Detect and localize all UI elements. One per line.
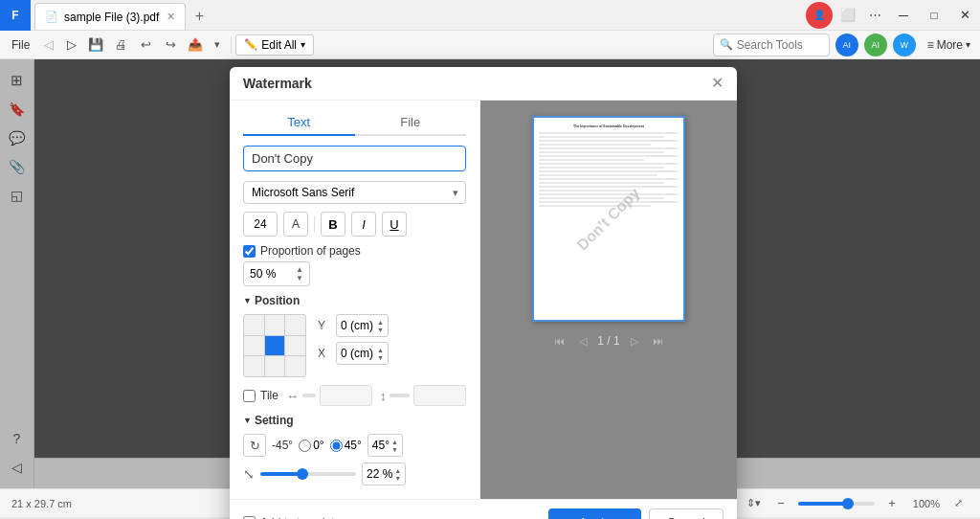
custom-degree-up[interactable]: ▲ [391, 439, 398, 445]
tile-label[interactable]: Tile [243, 389, 278, 402]
pos-cell-8[interactable] [285, 356, 305, 376]
search-box[interactable]: 🔍 [713, 34, 830, 56]
maximize-btn[interactable]: □ [919, 2, 949, 29]
dialog-tabs: Text File [243, 110, 466, 136]
custom-degree-input-wrap: 45° ▲ ▼ [368, 434, 403, 457]
toolbar-save[interactable]: 💾 [83, 33, 108, 57]
pos-cell-5[interactable] [285, 336, 305, 356]
proportion-label[interactable]: Proportion of pages [243, 244, 361, 258]
watermark-text-input[interactable] [252, 151, 457, 166]
pos-cell-4-active[interactable] [265, 336, 285, 356]
add-template-label[interactable]: Add to template [243, 516, 341, 520]
zoom-out-btn[interactable]: − [771, 494, 791, 513]
tile-checkbox[interactable] [243, 390, 256, 402]
preview-prev-btn[interactable]: ◁ [573, 331, 592, 350]
proportion-up[interactable]: ▲ [296, 266, 303, 274]
cancel-btn[interactable]: Cancel [649, 508, 724, 519]
ai-btn-1[interactable]: AI [835, 34, 858, 56]
text-divider-1 [314, 215, 315, 233]
menu-toolbar-forward[interactable]: ▷ [60, 34, 83, 56]
more-options-btn[interactable]: ⋯ [861, 2, 888, 29]
pos-cell-3[interactable] [244, 336, 264, 356]
font-family-select[interactable]: Microsoft Sans Serif [243, 181, 466, 204]
tile-v-input[interactable] [413, 385, 466, 406]
tile-v-slider[interactable] [390, 394, 410, 397]
preview-first-btn[interactable]: ⏮ [549, 331, 568, 350]
tab-text[interactable]: Text [243, 110, 355, 136]
tile-v-icon: ↕ [380, 389, 387, 403]
profile-icon[interactable]: 👤 [806, 2, 833, 29]
degree-neg45[interactable]: -45° [272, 439, 293, 452]
tile-h-input[interactable] [320, 385, 372, 406]
dialog-left-panel: Text File Microsoft Sans Serif ▾ [230, 101, 480, 499]
custom-degree-down[interactable]: ▼ [391, 446, 398, 453]
x-up-btn[interactable]: ▲ [377, 347, 384, 353]
preview-last-btn[interactable]: ⏭ [649, 331, 668, 350]
dialog-close-icon[interactable]: ✕ [711, 76, 724, 91]
setting-arrow: ▼ [243, 416, 252, 425]
toolbar-redo[interactable]: ↪ [158, 33, 183, 57]
font-family-wrapper: Microsoft Sans Serif ▾ [243, 181, 466, 204]
x-down-btn[interactable]: ▼ [377, 354, 384, 361]
tab-group-btn[interactable]: ⬜ [835, 2, 861, 29]
toolbar-print[interactable]: 🖨 [108, 33, 133, 57]
menu-file[interactable]: File [4, 35, 37, 55]
font-size-input[interactable] [243, 212, 278, 237]
tab-pdf[interactable]: 📄 sample File (3).pdf ✕ [34, 3, 186, 30]
preview-next-btn[interactable]: ▷ [625, 331, 644, 350]
status-fit-btn[interactable]: ⤢ [947, 493, 969, 514]
italic-btn[interactable]: I [351, 212, 376, 237]
more-arrow: ▾ [966, 39, 970, 50]
menu-toolbar-back[interactable]: ◁ [37, 34, 60, 56]
pos-cell-2[interactable] [285, 315, 305, 335]
y-down-btn[interactable]: ▼ [377, 327, 384, 333]
degree-0-radio[interactable] [299, 440, 311, 452]
opacity-up[interactable]: ▲ [394, 467, 401, 474]
ai-btn-2[interactable]: AI [864, 34, 887, 56]
pos-cell-6[interactable] [244, 356, 264, 376]
more-btn[interactable]: ≡ More ▾ [922, 36, 976, 54]
toolbar-share[interactable]: 📤 [183, 33, 208, 57]
position-arrow: ▼ [243, 296, 252, 305]
underline-btn[interactable]: U [382, 212, 407, 237]
zoom-slider-container[interactable] [798, 496, 875, 511]
degree-45-radio[interactable] [330, 440, 343, 452]
position-section-title[interactable]: ▼ Position [243, 294, 466, 307]
edit-all-btn[interactable]: ✏️ Edit All ▾ [235, 34, 314, 56]
tab-close-btn[interactable]: ✕ [167, 11, 175, 23]
degree-0-label[interactable]: 0° [299, 439, 323, 452]
text-input-wrapper [243, 146, 466, 171]
degree-45-label[interactable]: 45° [330, 439, 362, 452]
y-up-btn[interactable]: ▲ [377, 319, 384, 326]
zoom-thumb[interactable] [842, 498, 854, 509]
proportion-down[interactable]: ▼ [296, 275, 303, 282]
rotation-icon-btn[interactable]: ↻ [243, 434, 266, 457]
tab-file[interactable]: File [355, 110, 467, 134]
opacity-row: ⤡ 22 % ▲ ▼ [243, 463, 466, 485]
font-color-btn[interactable]: A [283, 212, 308, 237]
bold-btn[interactable]: B [321, 212, 345, 237]
pos-cell-1[interactable] [265, 315, 285, 335]
y-value: 0 (cm) [341, 319, 373, 332]
dialog-right-panel: The Importance of Sustainable Developmen… [480, 101, 737, 499]
opacity-down[interactable]: ▼ [394, 475, 401, 482]
x-input-row: X 0 (cm) ▲ ▼ [318, 342, 389, 365]
toolbar-dropdown[interactable]: ▾ [208, 33, 227, 57]
new-tab-btn[interactable]: + [188, 5, 211, 28]
zoom-in-btn[interactable]: + [882, 494, 902, 513]
minimize-btn[interactable]: ─ [888, 2, 919, 29]
pos-cell-7[interactable] [265, 356, 285, 376]
ai-btn-3[interactable]: W [893, 34, 916, 56]
more-label: More [937, 38, 963, 52]
opacity-slider-container[interactable] [260, 466, 356, 482]
search-input[interactable] [737, 38, 823, 52]
close-btn[interactable]: ✕ [949, 2, 980, 29]
scroll-mode-btn[interactable]: ⇕▾ [743, 493, 764, 514]
tile-h-slider[interactable] [302, 394, 316, 397]
setting-section-title[interactable]: ▼ Setting [243, 414, 466, 427]
apply-btn[interactable]: Apply [548, 508, 641, 519]
toolbar-undo[interactable]: ↩ [133, 33, 158, 57]
opacity-thumb[interactable] [297, 468, 308, 480]
pos-cell-0[interactable] [244, 315, 264, 335]
proportion-checkbox[interactable] [243, 245, 256, 258]
